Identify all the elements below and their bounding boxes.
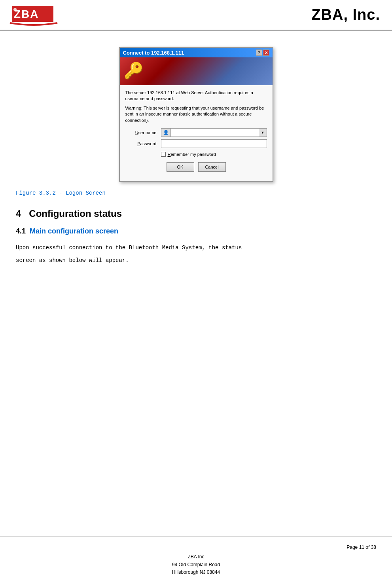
remember-row: Remember my password: [161, 152, 267, 157]
password-input-group: [161, 139, 267, 148]
username-input-group: 👤 ▼: [161, 128, 267, 137]
username-input[interactable]: [170, 128, 259, 137]
main-content: Connect to 192.168.1.111 ? ✕ 🔑 The serve…: [0, 31, 392, 285]
username-row: User name: 👤 ▼: [125, 128, 267, 137]
subsection-4-1-heading: 4.1Main configuration screen: [16, 227, 376, 235]
subsection-4-1-number: 4.1: [16, 227, 26, 235]
body-text-line1: Upon successful connection to the Blueto…: [16, 243, 376, 252]
dialog-form: User name: 👤 ▼ Password:: [125, 128, 267, 148]
username-dropdown-btn[interactable]: ▼: [259, 128, 267, 137]
svg-text:ZBA: ZBA: [14, 8, 39, 20]
company-title: ZBA, Inc.: [311, 6, 380, 23]
section-4-title: Configuration status: [29, 208, 122, 219]
dialog-warning: Warning: This server is requesting that …: [125, 105, 267, 123]
user-icon: 👤: [161, 128, 170, 137]
dialog-titlebar-buttons: ? ✕: [256, 49, 269, 56]
figure-caption: Figure 3.3.2 - Logon Screen: [16, 190, 376, 196]
body-text-line2: screen as shown below will appear.: [16, 256, 376, 265]
dialog-message1: The server 192.168.1.111 at Web Server A…: [125, 90, 267, 102]
close-button[interactable]: ✕: [263, 49, 269, 56]
help-button[interactable]: ?: [256, 49, 262, 56]
footer-address1: 94 Old Camplain Road: [16, 561, 376, 569]
footer-address2: Hillsborough NJ 08844: [16, 569, 376, 576]
section-4-number: 4: [16, 208, 21, 219]
username-label: User name:: [125, 130, 161, 135]
dialog-buttons: OK Cancel: [125, 162, 267, 176]
password-label: Password:: [125, 141, 161, 146]
keys-icon: 🔑: [124, 61, 144, 80]
svg-point-2: [13, 8, 17, 11]
footer-company: ZBA Inc: [16, 553, 376, 561]
cancel-button[interactable]: Cancel: [198, 162, 226, 172]
password-row: Password:: [125, 139, 267, 148]
page-header: ZBA ZBA, Inc.: [0, 0, 392, 30]
section-4-heading: 4Configuration status: [16, 208, 376, 219]
dialog-body: The server 192.168.1.111 at Web Server A…: [120, 85, 273, 181]
logo-area: ZBA: [8, 4, 59, 26]
page-number: Page 11 of 38: [16, 544, 376, 550]
remember-label: Remember my password: [168, 152, 216, 157]
zba-logo: ZBA: [8, 4, 59, 26]
dialog-screenshot-container: Connect to 192.168.1.111 ? ✕ 🔑 The serve…: [16, 47, 376, 182]
dialog-title: Connect to 192.168.1.111: [123, 50, 184, 56]
page-footer: Page 11 of 38 ZBA Inc 94 Old Camplain Ro…: [0, 536, 392, 588]
remember-checkbox[interactable]: [161, 152, 166, 157]
password-input[interactable]: [161, 139, 267, 148]
footer-address: ZBA Inc 94 Old Camplain Road Hillsboroug…: [16, 553, 376, 576]
dialog-banner: 🔑: [120, 57, 273, 85]
logon-dialog: Connect to 192.168.1.111 ? ✕ 🔑 The serve…: [119, 47, 273, 182]
ok-button[interactable]: OK: [167, 162, 194, 172]
dialog-titlebar: Connect to 192.168.1.111 ? ✕: [120, 48, 273, 57]
subsection-4-1-title: Main configuration screen: [30, 227, 118, 235]
